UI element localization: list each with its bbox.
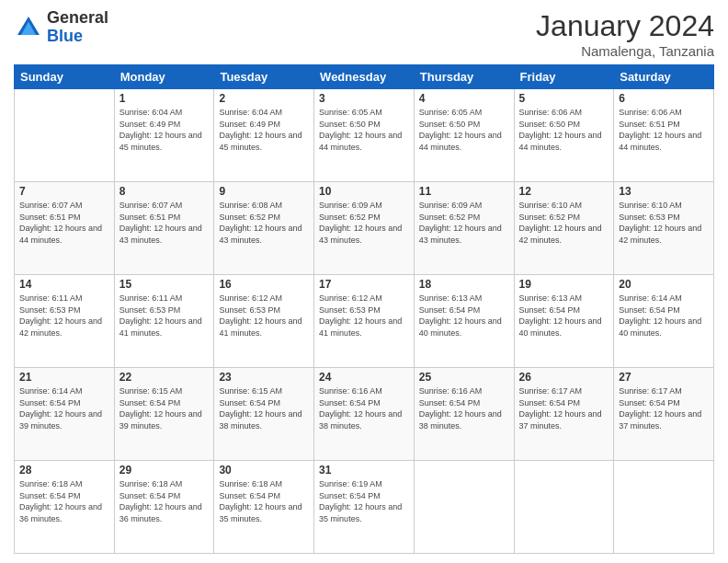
table-cell: 12Sunrise: 6:10 AMSunset: 6:52 PMDayligh…: [514, 182, 614, 275]
table-cell: 14Sunrise: 6:11 AMSunset: 6:53 PMDayligh…: [15, 275, 115, 368]
day-number: 30: [219, 464, 309, 477]
month-title: January 2024: [536, 9, 714, 43]
day-info: Sunrise: 6:17 AMSunset: 6:54 PMDaylight:…: [619, 385, 709, 431]
table-cell: 7Sunrise: 6:07 AMSunset: 6:51 PMDaylight…: [15, 182, 115, 275]
day-info: Sunrise: 6:14 AMSunset: 6:54 PMDaylight:…: [619, 293, 709, 339]
table-cell: 22Sunrise: 6:15 AMSunset: 6:54 PMDayligh…: [114, 368, 214, 461]
day-info: Sunrise: 6:08 AMSunset: 6:52 PMDaylight:…: [219, 200, 309, 246]
page: General Blue January 2024 Namalenga, Tan…: [0, 0, 728, 563]
table-cell: 16Sunrise: 6:12 AMSunset: 6:53 PMDayligh…: [214, 275, 314, 368]
day-info: Sunrise: 6:16 AMSunset: 6:54 PMDaylight:…: [319, 385, 409, 431]
day-info: Sunrise: 6:10 AMSunset: 6:53 PMDaylight:…: [619, 200, 709, 246]
logo: General Blue: [14, 9, 108, 46]
day-number: 16: [219, 278, 309, 291]
day-info: Sunrise: 6:18 AMSunset: 6:54 PMDaylight:…: [119, 478, 210, 524]
day-number: 22: [119, 371, 210, 384]
day-number: 25: [419, 371, 509, 384]
day-number: 23: [219, 371, 309, 384]
day-number: 13: [619, 185, 709, 198]
table-cell: 15Sunrise: 6:11 AMSunset: 6:53 PMDayligh…: [114, 275, 214, 368]
day-info: Sunrise: 6:17 AMSunset: 6:54 PMDaylight:…: [519, 385, 609, 431]
table-cell: 19Sunrise: 6:13 AMSunset: 6:54 PMDayligh…: [514, 275, 614, 368]
header-wednesday: Wednesday: [314, 65, 415, 89]
day-number: 12: [519, 185, 609, 198]
day-number: 19: [519, 278, 609, 291]
day-number: 29: [119, 464, 210, 477]
day-number: 31: [319, 464, 409, 477]
week-row-3: 14Sunrise: 6:11 AMSunset: 6:53 PMDayligh…: [15, 275, 714, 368]
table-cell: 21Sunrise: 6:14 AMSunset: 6:54 PMDayligh…: [15, 368, 115, 461]
day-info: Sunrise: 6:14 AMSunset: 6:54 PMDaylight:…: [19, 385, 109, 431]
table-cell: 27Sunrise: 6:17 AMSunset: 6:54 PMDayligh…: [614, 368, 714, 461]
logo-icon: [14, 13, 43, 42]
day-number: 4: [419, 92, 509, 105]
header-tuesday: Tuesday: [214, 65, 314, 89]
day-number: 14: [19, 278, 109, 291]
table-cell: 11Sunrise: 6:09 AMSunset: 6:52 PMDayligh…: [414, 182, 514, 275]
day-info: Sunrise: 6:04 AMSunset: 6:49 PMDaylight:…: [219, 107, 309, 153]
day-info: Sunrise: 6:13 AMSunset: 6:54 PMDaylight:…: [419, 293, 509, 339]
week-row-2: 7Sunrise: 6:07 AMSunset: 6:51 PMDaylight…: [15, 182, 714, 275]
calendar-header-row: Sunday Monday Tuesday Wednesday Thursday…: [15, 65, 714, 89]
day-info: Sunrise: 6:06 AMSunset: 6:50 PMDaylight:…: [519, 107, 609, 153]
header-monday: Monday: [114, 65, 214, 89]
calendar-table: Sunday Monday Tuesday Wednesday Thursday…: [14, 64, 714, 554]
day-info: Sunrise: 6:18 AMSunset: 6:54 PMDaylight:…: [219, 478, 309, 524]
day-number: 26: [519, 371, 609, 384]
week-row-4: 21Sunrise: 6:14 AMSunset: 6:54 PMDayligh…: [15, 368, 714, 461]
day-info: Sunrise: 6:07 AMSunset: 6:51 PMDaylight:…: [119, 200, 210, 246]
table-cell: 10Sunrise: 6:09 AMSunset: 6:52 PMDayligh…: [314, 182, 415, 275]
table-cell: 9Sunrise: 6:08 AMSunset: 6:52 PMDaylight…: [214, 182, 314, 275]
table-cell: [15, 89, 115, 182]
table-cell: [414, 461, 514, 554]
day-info: Sunrise: 6:19 AMSunset: 6:54 PMDaylight:…: [319, 478, 409, 524]
table-cell: 29Sunrise: 6:18 AMSunset: 6:54 PMDayligh…: [114, 461, 214, 554]
day-info: Sunrise: 6:15 AMSunset: 6:54 PMDaylight:…: [219, 385, 309, 431]
day-number: 2: [219, 92, 309, 105]
table-cell: 25Sunrise: 6:16 AMSunset: 6:54 PMDayligh…: [414, 368, 514, 461]
day-info: Sunrise: 6:15 AMSunset: 6:54 PMDaylight:…: [119, 385, 210, 431]
day-info: Sunrise: 6:16 AMSunset: 6:54 PMDaylight:…: [419, 385, 509, 431]
table-cell: 31Sunrise: 6:19 AMSunset: 6:54 PMDayligh…: [314, 461, 415, 554]
table-cell: 8Sunrise: 6:07 AMSunset: 6:51 PMDaylight…: [114, 182, 214, 275]
day-info: Sunrise: 6:11 AMSunset: 6:53 PMDaylight:…: [119, 293, 210, 339]
day-number: 17: [319, 278, 409, 291]
day-number: 24: [319, 371, 409, 384]
day-number: 11: [419, 185, 509, 198]
table-cell: 1Sunrise: 6:04 AMSunset: 6:49 PMDaylight…: [114, 89, 214, 182]
table-cell: 23Sunrise: 6:15 AMSunset: 6:54 PMDayligh…: [214, 368, 314, 461]
logo-blue: Blue: [47, 28, 108, 46]
day-number: 20: [619, 278, 709, 291]
day-number: 10: [319, 185, 409, 198]
table-cell: 30Sunrise: 6:18 AMSunset: 6:54 PMDayligh…: [214, 461, 314, 554]
header-saturday: Saturday: [614, 65, 714, 89]
day-number: 3: [319, 92, 409, 105]
table-cell: 17Sunrise: 6:12 AMSunset: 6:53 PMDayligh…: [314, 275, 415, 368]
table-cell: 26Sunrise: 6:17 AMSunset: 6:54 PMDayligh…: [514, 368, 614, 461]
table-cell: [514, 461, 614, 554]
day-number: 1: [119, 92, 210, 105]
day-info: Sunrise: 6:18 AMSunset: 6:54 PMDaylight:…: [19, 478, 109, 524]
table-cell: 24Sunrise: 6:16 AMSunset: 6:54 PMDayligh…: [314, 368, 415, 461]
day-info: Sunrise: 6:09 AMSunset: 6:52 PMDaylight:…: [319, 200, 409, 246]
location: Namalenga, Tanzania: [536, 43, 714, 59]
day-info: Sunrise: 6:12 AMSunset: 6:53 PMDaylight:…: [219, 293, 309, 339]
day-info: Sunrise: 6:06 AMSunset: 6:51 PMDaylight:…: [619, 107, 709, 153]
day-info: Sunrise: 6:04 AMSunset: 6:49 PMDaylight:…: [119, 107, 210, 153]
day-info: Sunrise: 6:13 AMSunset: 6:54 PMDaylight:…: [519, 293, 609, 339]
table-cell: 13Sunrise: 6:10 AMSunset: 6:53 PMDayligh…: [614, 182, 714, 275]
day-info: Sunrise: 6:09 AMSunset: 6:52 PMDaylight:…: [419, 200, 509, 246]
day-number: 5: [519, 92, 609, 105]
week-row-1: 1Sunrise: 6:04 AMSunset: 6:49 PMDaylight…: [15, 89, 714, 182]
table-cell: [614, 461, 714, 554]
table-cell: 5Sunrise: 6:06 AMSunset: 6:50 PMDaylight…: [514, 89, 614, 182]
table-cell: 3Sunrise: 6:05 AMSunset: 6:50 PMDaylight…: [314, 89, 415, 182]
day-number: 15: [119, 278, 210, 291]
title-block: January 2024 Namalenga, Tanzania: [536, 9, 714, 59]
day-number: 21: [19, 371, 109, 384]
header-friday: Friday: [514, 65, 614, 89]
day-number: 8: [119, 185, 210, 198]
day-info: Sunrise: 6:05 AMSunset: 6:50 PMDaylight:…: [419, 107, 509, 153]
logo-general: General: [47, 9, 108, 28]
day-info: Sunrise: 6:05 AMSunset: 6:50 PMDaylight:…: [319, 107, 409, 153]
